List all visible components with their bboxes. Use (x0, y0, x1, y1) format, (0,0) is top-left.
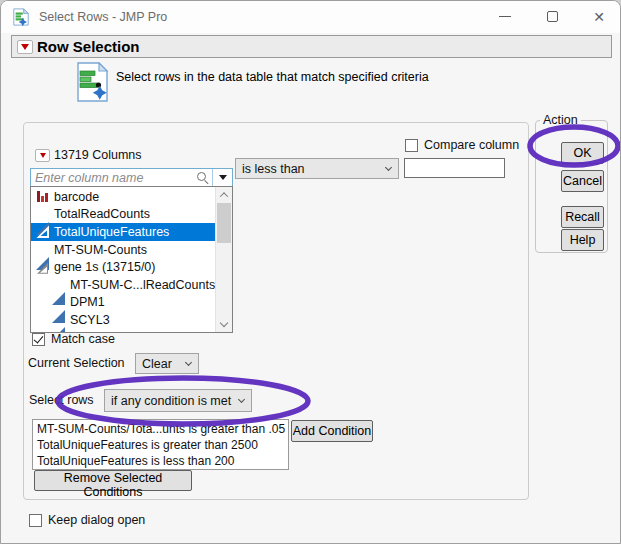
maximize-button[interactable] (531, 1, 573, 32)
condition-mode-dropdown[interactable]: if any condition is met (104, 389, 252, 412)
help-button[interactable]: Help (561, 229, 604, 251)
column-label: gene 1s (13715/0) (54, 260, 155, 274)
app-icon (12, 8, 30, 26)
scroll-down-button[interactable] (216, 317, 232, 332)
continuous-column-icon (52, 313, 65, 326)
window-title: Select Rows - JMP Pro (39, 10, 167, 24)
minimize-button[interactable] (484, 1, 526, 32)
action-group-label: Action (540, 113, 581, 127)
condition-mode-value: if any condition is met (111, 394, 233, 408)
column-label: TotalUniqueFeatures (54, 225, 169, 239)
list-item[interactable]: TotalUniqueFeatures (31, 223, 215, 241)
chevron-down-icon (219, 175, 227, 180)
search-icon (194, 169, 212, 186)
continuous-column-icon (52, 296, 65, 309)
recall-button[interactable]: Recall (561, 206, 604, 228)
search-options-dropdown[interactable] (212, 169, 232, 186)
list-item[interactable]: gene 1s (13715/0) (31, 258, 215, 276)
red-triangle-icon (40, 153, 46, 158)
continuous-column-icon (36, 225, 49, 238)
row-selection-header: Row Selection (11, 35, 612, 58)
match-case-checkbox[interactable] (32, 333, 45, 346)
list-item[interactable]: SCYL3 (31, 311, 215, 329)
condition-list: MT-SUM-Counts/Tota...unts is greater tha… (32, 419, 289, 470)
column-search-box (30, 168, 233, 187)
chevron-down-icon (385, 164, 392, 171)
compare-column-option[interactable]: Compare column (405, 138, 519, 152)
close-icon: ✕ (593, 9, 605, 25)
keep-dialog-open-option[interactable]: Keep dialog open (29, 513, 145, 527)
current-selection-label: Current Selection (28, 356, 125, 370)
chevron-down-icon (185, 359, 192, 366)
continuous-column-icon (36, 208, 49, 221)
condition-item[interactable]: TotalUniqueFeatures is less than 200 (37, 453, 288, 469)
remove-selected-conditions-button[interactable]: Remove Selected Conditions (34, 470, 192, 491)
column-label: barcode (54, 190, 99, 204)
select-rows-icon (76, 62, 109, 103)
section-title: Row Selection (37, 38, 140, 55)
match-case-option[interactable]: Match case (32, 332, 115, 346)
list-item[interactable]: barcode (31, 188, 215, 206)
column-search-input[interactable] (31, 169, 194, 186)
action-group: Action OK Cancel Recall Help (535, 113, 608, 253)
column-list: barcode TotalReadCounts TotalUniqueFeatu… (30, 186, 233, 333)
chevron-down-icon (220, 319, 228, 327)
column-label: TotalReadCounts (54, 207, 150, 221)
add-condition-button[interactable]: Add Condition (291, 420, 373, 442)
columns-red-triangle-button[interactable] (35, 149, 50, 162)
condition-item[interactable]: MT-SUM-Counts/Tota...unts is greater tha… (37, 421, 288, 437)
title-bar: Select Rows - JMP Pro ✕ (1, 1, 620, 33)
list-item[interactable]: MT-SUM-C...lReadCounts (31, 276, 215, 294)
red-triangle-icon (21, 44, 29, 50)
keep-dialog-open-checkbox[interactable] (29, 514, 42, 527)
operator-value: is less than (242, 162, 380, 176)
operator-dropdown[interactable]: is less than (235, 158, 399, 179)
list-item[interactable]: TotalReadCounts (31, 206, 215, 224)
columns-count-label: 13719 Columns (54, 148, 142, 162)
cancel-button[interactable]: Cancel (561, 170, 604, 192)
current-selection-value: Clear (142, 357, 180, 371)
current-selection-dropdown[interactable]: Clear (135, 353, 199, 374)
minimize-icon (499, 16, 511, 17)
list-item[interactable]: DPM1 (31, 294, 215, 312)
select-rows-label: Select rows (29, 393, 94, 407)
keep-dialog-open-label: Keep dialog open (48, 513, 145, 527)
nominal-column-icon (36, 190, 49, 203)
list-item[interactable]: MT-SUM-Counts (31, 241, 215, 259)
chevron-up-icon (220, 192, 228, 200)
column-label: MT-SUM-C...lReadCounts (70, 278, 215, 292)
scrollbar-thumb[interactable] (217, 203, 231, 243)
column-label: SCYL3 (70, 313, 110, 327)
ok-button[interactable]: OK (561, 142, 604, 164)
chevron-down-icon (238, 396, 245, 403)
maximize-icon (547, 11, 558, 22)
continuous-column-icon (52, 278, 65, 291)
select-rows-dialog: Select Rows - JMP Pro ✕ Row Selection Se… (0, 0, 621, 544)
criteria-panel: 13719 Columns barcode TotalReadCounts To… (23, 122, 529, 500)
continuous-column-icon (36, 243, 49, 256)
match-case-label: Match case (51, 332, 115, 346)
close-button[interactable]: ✕ (578, 1, 620, 32)
scroll-up-button[interactable] (216, 187, 232, 202)
condition-item[interactable]: TotalUniqueFeatures is greater than 2500 (37, 437, 288, 453)
column-label: DPM1 (70, 295, 105, 309)
column-label: MT-SUM-Counts (54, 243, 147, 257)
compare-column-label: Compare column (424, 138, 519, 152)
columns-header: 13719 Columns (35, 148, 142, 162)
compare-column-checkbox[interactable] (405, 139, 418, 152)
column-list-scrollbar[interactable] (215, 187, 232, 332)
compare-value-field[interactable] (404, 158, 505, 178)
red-triangle-menu-button[interactable] (17, 40, 33, 54)
dialog-description: Select rows in the data table that match… (116, 70, 429, 84)
group-expander-icon[interactable] (36, 261, 49, 274)
